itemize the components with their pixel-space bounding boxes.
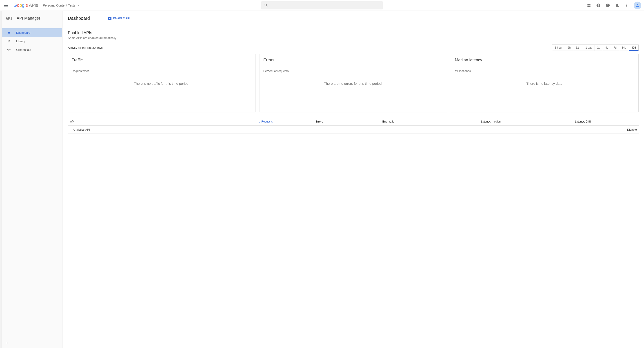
latency-card: Median latency Milliseconds There is no … [451,54,638,112]
col-error-ratio[interactable]: Error ratio [325,118,396,126]
enable-api-label: ENABLE API [113,17,130,20]
errors-card: Errors Percent of requests There are no … [260,54,447,112]
col-latency-98[interactable]: Latency, 98% [502,118,593,126]
sidebar-item-label: Library [16,40,25,43]
range-7d[interactable]: 7d [611,45,619,51]
svg-rect-12 [6,342,6,344]
col-api[interactable]: API [68,118,194,126]
card-title: Errors [263,58,443,63]
svg-point-9 [8,49,9,50]
svg-rect-1 [598,4,598,6]
cell-lat-98: — [502,126,593,134]
sidebar-nav: Dashboard Library Credentials [2,26,62,54]
col-latency-median[interactable]: Latency, median [396,118,502,126]
card-metric: Milliseconds [455,69,635,73]
sidebar-item-label: Dashboard [16,31,30,34]
more-icon[interactable] [624,3,629,8]
search-icon [264,3,268,8]
cell-ratio: — [325,126,396,134]
svg-point-5 [626,4,627,4]
activity-label: Activity for the last 30 days [68,46,103,50]
card-title: Traffic [72,58,252,63]
range-1hour[interactable]: 1 hour [552,45,565,51]
product-name: APIs [29,3,38,8]
sidebar: API API Manager Dashboard Library Creden… [2,11,62,348]
col-errors[interactable]: Errors [274,118,325,126]
key-icon [7,48,11,52]
range-6h[interactable]: 6h [565,45,573,51]
api-table: API ⌄Requests Errors Error ratio Latency… [68,118,638,134]
range-4d[interactable]: 4d [603,45,611,51]
cell-requests: — [194,126,274,134]
range-14d[interactable]: 14d [619,45,629,51]
notifications-icon[interactable] [615,3,620,8]
page-header: Dashboard + ENABLE API [62,11,644,26]
sidebar-item-credentials[interactable]: Credentials [2,46,62,54]
svg-point-8 [636,4,638,5]
project-picker[interactable]: Personal Content Tests ▼ [41,3,81,8]
svg-rect-2 [598,6,598,7]
project-name: Personal Content Tests [43,4,76,7]
traffic-card: Traffic Requests/sec There is no traffic… [68,54,256,112]
gift-icon[interactable] [586,3,592,8]
help-icon[interactable]: ? [605,3,610,8]
card-metric: Percent of requests [263,69,443,73]
top-bar: Google APIs Personal Content Tests ▼ ? [0,0,644,11]
plus-icon: + [108,17,112,20]
sidebar-item-dashboard[interactable]: Dashboard [2,28,62,37]
dashboard-icon [7,31,11,34]
api-badge-icon: API [6,17,12,21]
svg-point-7 [626,6,627,7]
menu-icon[interactable] [4,3,10,8]
cell-lat-med: — [396,126,502,134]
range-12h[interactable]: 12h [573,45,583,51]
col-requests[interactable]: ⌄Requests [194,118,274,126]
dropdown-icon: ▼ [77,4,79,7]
sidebar-item-library[interactable]: Library [2,37,62,46]
svg-text:?: ? [607,4,609,7]
card-empty-message: There is no traffic for this time period… [72,73,252,109]
search-input[interactable] [261,1,383,10]
cell-api: Analytics API [68,126,194,134]
range-1day[interactable]: 1 day [583,45,595,51]
sidebar-header: API API Manager [2,11,62,26]
cell-errors: — [274,126,325,134]
range-2d[interactable]: 2d [594,45,603,51]
card-empty-message: There are no errors for this time period… [263,73,443,109]
sort-down-icon: ⌄ [259,121,260,123]
enable-api-button[interactable]: + ENABLE API [108,17,130,20]
enabled-apis-subtitle: Some APIs are enabled automatically [68,36,638,40]
main-content: Dashboard + ENABLE API Enabled APIs Some… [62,11,644,348]
disable-button[interactable]: Disable [593,126,638,134]
google-apis-logo[interactable]: Google APIs [14,3,38,8]
library-icon [7,39,11,43]
table-row[interactable]: Analytics API — — — — — Disable [68,126,638,134]
svg-point-6 [626,5,627,6]
account-avatar[interactable] [634,2,641,9]
sidebar-item-label: Credentials [16,48,31,52]
time-range-selector: 1 hour 6h 12h 1 day 2d 4d 7d 14d 30d [552,45,638,51]
collapse-sidebar-icon[interactable] [5,341,9,346]
left-gutter [0,11,2,348]
alert-icon[interactable] [596,3,601,8]
enabled-apis-title: Enabled APIs [68,31,638,35]
card-title: Median latency [455,58,635,63]
range-30d[interactable]: 30d [629,45,638,51]
card-metric: Requests/sec [72,69,252,73]
sidebar-title: API Manager [17,16,40,21]
card-empty-message: There is no latency data. [455,73,635,109]
col-action [593,118,638,126]
page-title: Dashboard [68,16,90,21]
